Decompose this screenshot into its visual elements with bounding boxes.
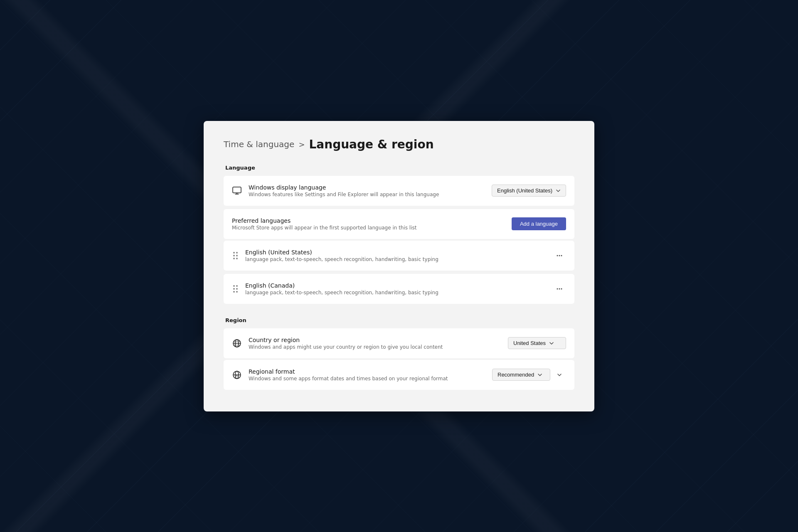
english-ca-text: English (Canada) language pack, text-to-…	[245, 282, 546, 296]
country-region-subtitle: Windows and apps might use your country …	[249, 344, 501, 350]
english-us-menu-button[interactable]	[553, 249, 566, 262]
regional-format-subtitle: Windows and some apps format dates and t…	[249, 376, 485, 382]
windows-display-language-title: Windows display language	[249, 184, 485, 191]
svg-point-3	[557, 255, 558, 256]
english-us-name: English (United States)	[245, 249, 546, 256]
country-region-text: Country or region Windows and apps might…	[249, 337, 501, 350]
english-ca-details: language pack, text-to-speech, speech re…	[245, 290, 546, 296]
windows-display-language-dropdown[interactable]: English (United States)	[492, 185, 566, 197]
language-section: Language Windows display language Window…	[224, 165, 574, 305]
country-region-action: United States	[508, 337, 566, 349]
chevron-down-icon	[556, 188, 561, 193]
english-ca-action	[553, 282, 566, 296]
preferred-languages-text: Preferred languages Microsoft Store apps…	[232, 217, 505, 231]
svg-point-8	[561, 288, 562, 289]
add-language-button[interactable]: Add a language	[512, 217, 566, 230]
country-or-region-card: Country or region Windows and apps might…	[224, 328, 574, 358]
region-section-label: Region	[224, 317, 574, 323]
english-ca-menu-button[interactable]	[553, 282, 566, 296]
region-section: Region Country or region Windows and app…	[224, 317, 574, 390]
country-region-title: Country or region	[249, 337, 501, 343]
english-ca-name: English (Canada)	[245, 282, 546, 289]
regional-format-text: Regional format Windows and some apps fo…	[249, 368, 485, 382]
regional-format-action: Recommended	[492, 368, 566, 382]
regional-format-icon: A	[232, 370, 242, 380]
windows-display-language-value: English (United States)	[497, 187, 552, 194]
breadcrumb: Time & language > Language & region	[224, 138, 574, 151]
regional-format-value: Recommended	[498, 372, 534, 378]
chevron-down-icon	[537, 372, 542, 377]
regional-format-expand-button[interactable]	[553, 368, 566, 382]
settings-panel: Time & language > Language & region Lang…	[204, 121, 594, 411]
more-options-icon	[556, 252, 563, 259]
more-options-icon	[556, 286, 563, 292]
english-us-action	[553, 249, 566, 262]
drag-handle-icon[interactable]	[232, 284, 239, 294]
windows-display-language-subtitle: Windows features like Settings and File …	[249, 192, 485, 197]
monitor-icon	[232, 186, 242, 196]
regional-format-title: Regional format	[249, 368, 485, 375]
svg-point-5	[561, 255, 562, 256]
chevron-down-icon	[557, 372, 562, 378]
breadcrumb-separator: >	[298, 140, 305, 149]
preferred-languages-subtitle: Microsoft Store apps will appear in the …	[232, 225, 505, 231]
regional-format-dropdown[interactable]: Recommended	[492, 369, 550, 381]
breadcrumb-parent[interactable]: Time & language	[224, 139, 294, 149]
table-row: English (Canada) language pack, text-to-…	[224, 274, 574, 304]
english-us-text: English (United States) language pack, t…	[245, 249, 546, 262]
table-row: English (United States) language pack, t…	[224, 241, 574, 271]
preferred-languages-title: Preferred languages	[232, 217, 505, 224]
preferred-languages-action: Add a language	[512, 217, 566, 230]
chevron-down-icon	[549, 341, 554, 346]
country-region-dropdown[interactable]: United States	[508, 337, 566, 349]
svg-point-4	[559, 255, 560, 256]
svg-rect-0	[233, 187, 241, 193]
windows-display-language-card: Windows display language Windows feature…	[224, 176, 574, 206]
language-section-label: Language	[224, 165, 574, 171]
language-items-list: English (United States) language pack, t…	[224, 241, 574, 305]
drag-handle-icon[interactable]	[232, 251, 239, 261]
preferred-languages-card: Preferred languages Microsoft Store apps…	[224, 209, 574, 239]
breadcrumb-current: Language & region	[309, 138, 433, 151]
svg-point-6	[557, 288, 558, 289]
regional-format-card: A Regional format Windows and some apps …	[224, 360, 574, 390]
country-region-value: United States	[513, 340, 546, 346]
windows-display-language-action: English (United States)	[492, 185, 566, 197]
globe-icon	[232, 338, 242, 348]
english-us-details: language pack, text-to-speech, speech re…	[245, 256, 546, 262]
windows-display-language-text: Windows display language Windows feature…	[249, 184, 485, 197]
svg-point-7	[559, 288, 560, 289]
svg-text:A: A	[236, 374, 238, 377]
